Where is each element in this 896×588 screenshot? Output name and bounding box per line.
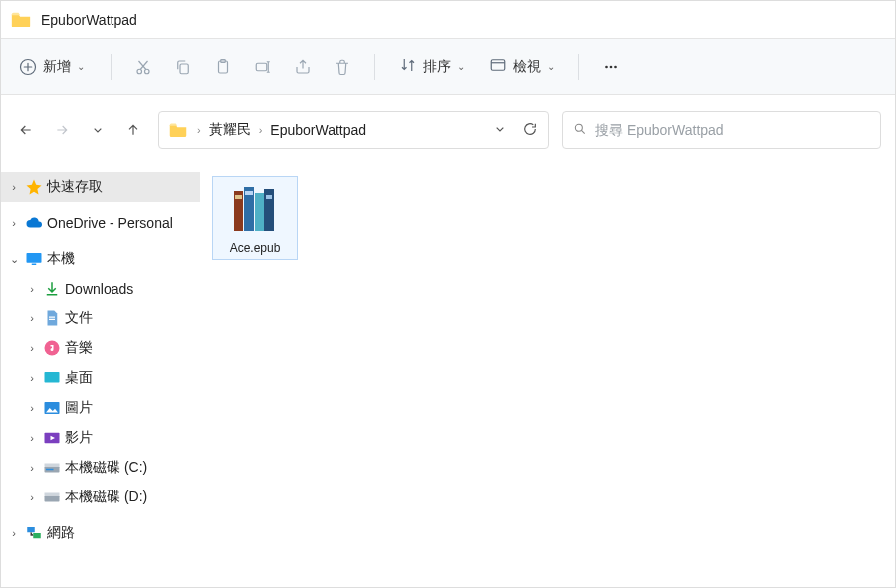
paste-button[interactable]	[209, 53, 237, 81]
tree-label: 桌面	[65, 369, 93, 387]
tree-videos[interactable]: › 影片	[1, 423, 200, 453]
file-name: Ace.epub	[230, 241, 281, 255]
chevron-right-icon[interactable]: ›	[7, 527, 21, 539]
chevron-right-icon[interactable]: ›	[25, 402, 39, 414]
chevron-right-icon[interactable]: ›	[25, 372, 39, 384]
back-button[interactable]	[15, 119, 37, 141]
breadcrumb: › 黃耀民 › EpuborWattpad	[197, 121, 366, 139]
svg-rect-21	[45, 496, 60, 502]
chevron-down-icon[interactable]: ⌄	[7, 253, 21, 266]
separator	[578, 54, 579, 80]
document-icon	[43, 309, 61, 327]
tree-drive-c[interactable]: › 本機磁碟 (C:)	[1, 453, 200, 483]
share-button[interactable]	[289, 53, 317, 81]
new-label: 新增	[43, 58, 71, 76]
cut-button[interactable]	[129, 53, 157, 81]
sort-button[interactable]: 排序 ⌄	[393, 52, 471, 81]
cloud-icon	[25, 214, 43, 232]
view-label: 檢視	[513, 58, 541, 76]
search-box[interactable]	[562, 111, 881, 149]
search-icon	[573, 122, 587, 139]
chevron-right-icon[interactable]: ›	[259, 124, 263, 136]
tree-label: 文件	[65, 309, 93, 327]
chevron-right-icon[interactable]: ›	[25, 283, 39, 294]
breadcrumb-item[interactable]: EpuborWattpad	[270, 122, 366, 138]
main-area: › 快速存取 › OneDrive - Personal ⌄ 本機 ›	[1, 166, 895, 587]
svg-rect-22	[45, 493, 60, 496]
chevron-down-icon: ⌄	[77, 61, 85, 72]
chevron-right-icon[interactable]: ›	[7, 181, 21, 193]
refresh-button[interactable]	[522, 121, 538, 140]
new-button[interactable]: 新增 ⌄	[11, 52, 93, 82]
ribbon-toolbar: 新增 ⌄ 排序 ⌄ 檢視 ⌄	[1, 39, 895, 95]
tree-onedrive[interactable]: › OneDrive - Personal	[1, 208, 200, 238]
chevron-right-icon[interactable]: ›	[197, 124, 201, 136]
svg-rect-20	[46, 469, 54, 471]
chevron-right-icon[interactable]: ›	[25, 491, 39, 503]
chevron-right-icon[interactable]: ›	[7, 217, 21, 229]
plus-icon	[19, 58, 37, 76]
tree-label: 網路	[47, 524, 75, 542]
file-item[interactable]: Ace.epub	[212, 176, 298, 260]
forward-button[interactable]	[51, 119, 73, 141]
tree-desktop[interactable]: › 桌面	[1, 363, 200, 393]
tree-label: OneDrive - Personal	[47, 215, 173, 231]
rename-button[interactable]	[249, 53, 277, 81]
separator	[111, 54, 112, 80]
tree-pictures[interactable]: › 圖片	[1, 393, 200, 423]
folder-icon	[169, 122, 187, 138]
drive-icon	[43, 489, 61, 506]
video-icon	[43, 429, 61, 447]
tree-music[interactable]: › 音樂	[1, 333, 200, 363]
svg-rect-6	[256, 63, 267, 71]
recent-button[interactable]	[87, 119, 109, 141]
svg-point-10	[614, 65, 617, 68]
chevron-right-icon[interactable]: ›	[25, 462, 39, 474]
tree-label: 圖片	[65, 399, 93, 417]
nav-buttons	[15, 119, 144, 141]
tree-network[interactable]: › 網路	[1, 518, 200, 548]
tree-documents[interactable]: › 文件	[1, 303, 200, 333]
tree-downloads[interactable]: › Downloads	[1, 274, 200, 303]
chevron-right-icon[interactable]: ›	[25, 312, 39, 324]
search-input[interactable]	[595, 122, 870, 138]
svg-rect-23	[27, 527, 35, 532]
desktop-icon	[43, 369, 61, 387]
file-pane[interactable]: Ace.epub	[200, 166, 895, 587]
svg-point-9	[610, 65, 613, 68]
svg-rect-3	[180, 64, 188, 74]
tree-label: 快速存取	[47, 178, 103, 196]
more-button[interactable]	[597, 53, 625, 81]
svg-rect-7	[491, 60, 505, 71]
breadcrumb-item[interactable]: 黃耀民	[209, 121, 251, 139]
address-row: › 黃耀民 › EpuborWattpad	[1, 95, 895, 166]
sort-icon	[399, 56, 417, 77]
svg-rect-12	[27, 253, 42, 263]
chevron-down-icon[interactable]	[492, 121, 508, 140]
music-icon	[43, 339, 61, 357]
svg-rect-15	[45, 372, 60, 383]
tree-label: 本機磁碟 (D:)	[65, 489, 147, 506]
svg-rect-28	[245, 191, 253, 195]
copy-button[interactable]	[169, 53, 197, 81]
sort-label: 排序	[423, 58, 451, 76]
svg-rect-29	[255, 193, 264, 231]
titlebar: EpuborWattpad	[1, 1, 895, 39]
up-button[interactable]	[122, 119, 144, 141]
tree-drive-d[interactable]: › 本機磁碟 (D:)	[1, 483, 200, 512]
svg-rect-19	[45, 464, 60, 467]
tree-quick-access[interactable]: › 快速存取	[1, 172, 200, 202]
drive-icon	[43, 459, 61, 477]
chevron-right-icon[interactable]: ›	[25, 342, 39, 354]
svg-rect-31	[266, 195, 272, 199]
view-button[interactable]: 檢視 ⌄	[483, 52, 560, 81]
chevron-right-icon[interactable]: ›	[25, 432, 39, 444]
svg-point-11	[575, 124, 582, 131]
nav-tree: › 快速存取 › OneDrive - Personal ⌄ 本機 ›	[1, 166, 200, 587]
folder-icon	[11, 11, 31, 29]
tree-this-pc[interactable]: ⌄ 本機	[1, 244, 200, 274]
download-icon	[43, 280, 61, 297]
svg-point-2	[145, 69, 150, 74]
address-bar[interactable]: › 黃耀民 › EpuborWattpad	[158, 111, 549, 149]
delete-button[interactable]	[329, 53, 356, 81]
